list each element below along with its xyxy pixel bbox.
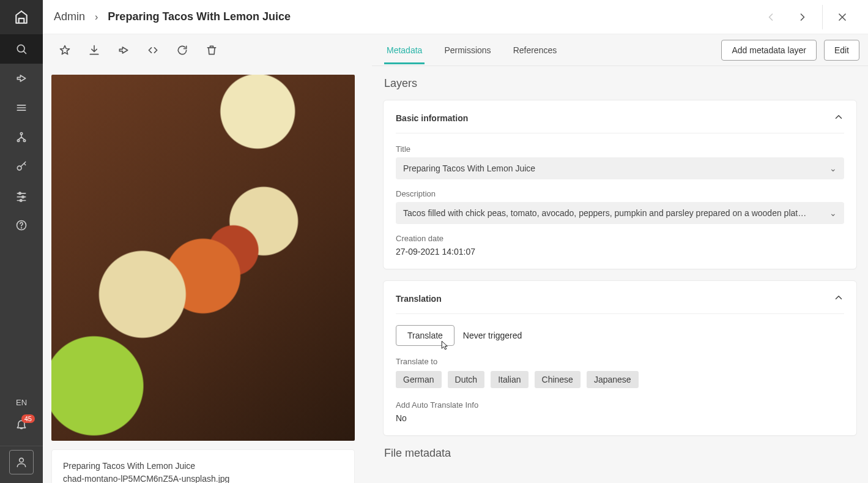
delete-button[interactable] [199,38,224,62]
description-value: Tacos filled with chick peas, tomato, av… [403,208,818,218]
chevron-down-icon: ⌄ [829,208,837,218]
sidebar: EN 45 [0,0,43,483]
panel-translation: Translation Translate Never triggered Tr… [383,280,857,436]
lang-chip: German [396,371,442,388]
file-name: chad-montano-lP5MCM6nZ5A-unsplash.jpg [63,473,343,483]
auto-translate-info-value: No [396,413,844,423]
lang-chip: Chinese [535,371,581,388]
collapse-icon[interactable] [833,111,844,124]
svg-marker-20 [61,46,70,54]
refresh-button[interactable] [170,38,195,62]
embed-button[interactable] [141,38,165,62]
sidebar-item-help[interactable] [0,211,43,240]
asset-preview-image[interactable] [51,75,355,441]
breadcrumb: Admin › Preparing Tacos With Lemon Juice [54,10,291,23]
collapse-icon[interactable] [833,292,844,305]
next-item-button[interactable] [788,2,817,32]
translate-button[interactable]: Translate [396,325,454,346]
notification-badge: 45 [21,414,35,423]
description-field[interactable]: Tacos filled with chick peas, tomato, av… [396,202,844,224]
panel-title-translation: Translation [396,294,442,304]
file-info-card: Preparing Tacos With Lemon Juice chad-mo… [51,449,355,483]
svg-line-1 [24,51,26,54]
asset-toolbar [43,34,372,66]
sidebar-item-settings[interactable] [0,181,43,211]
tab-permissions[interactable]: Permissions [444,37,491,64]
panel-title-basic: Basic information [396,113,468,123]
sidebar-lang[interactable]: EN [16,398,27,407]
title-field[interactable]: Preparing Tacos With Lemon Juice ⌄ [396,157,844,179]
svg-point-17 [20,458,24,462]
sidebar-item-share[interactable] [0,64,43,93]
svg-point-16 [21,228,22,228]
title-value: Preparing Tacos With Lemon Juice [403,163,818,173]
layers-heading: Layers [384,77,857,90]
lang-chip: Japanese [587,371,639,388]
svg-point-0 [17,45,24,52]
breadcrumb-root[interactable]: Admin [54,10,85,23]
creation-date-value: 27-09-2021 14:01:07 [396,247,844,256]
tab-metadata[interactable]: Metadata [387,37,422,64]
header: Admin › Preparing Tacos With Lemon Juice [43,0,868,34]
title-label: Title [396,144,844,154]
file-metadata-heading: File metadata [384,447,857,460]
file-title: Preparing Tacos With Lemon Juice [63,460,343,473]
sidebar-item-hierarchy[interactable] [0,122,43,152]
app-logo[interactable] [0,0,43,34]
close-button[interactable] [828,2,857,32]
prev-item-button[interactable] [756,2,785,32]
chevron-right-icon: › [91,12,102,23]
translate-to-label: Translate to [396,357,844,366]
sidebar-item-key[interactable] [0,152,43,181]
translate-to-chips: GermanDutchItalianChineseJapanese [396,371,844,388]
tabs-row: Metadata Permissions References Add meta… [372,34,868,66]
sidebar-notifications[interactable]: 45 [15,418,28,432]
creation-date-label: Creation date [396,234,844,243]
favorite-button[interactable] [53,38,77,62]
sidebar-item-search[interactable] [0,34,43,64]
user-avatar[interactable] [9,450,34,474]
download-button[interactable] [82,38,106,62]
translation-status: Never triggered [463,331,522,340]
edit-button[interactable]: Edit [824,40,859,61]
add-metadata-layer-button[interactable]: Add metadata layer [721,40,816,61]
sidebar-item-list[interactable] [0,93,43,122]
chevron-down-icon: ⌄ [829,163,837,173]
page-title: Preparing Tacos With Lemon Juice [108,10,291,23]
lang-chip: Italian [491,371,528,388]
share-button[interactable] [111,38,136,62]
tab-references[interactable]: References [513,37,557,64]
lang-chip: Dutch [448,371,485,388]
main: Admin › Preparing Tacos With Lemon Juice [43,0,868,483]
description-label: Description [396,189,844,198]
panel-basic-information: Basic information Title Preparing Tacos … [383,100,857,269]
auto-translate-info-label: Add Auto Translate Info [396,400,844,410]
